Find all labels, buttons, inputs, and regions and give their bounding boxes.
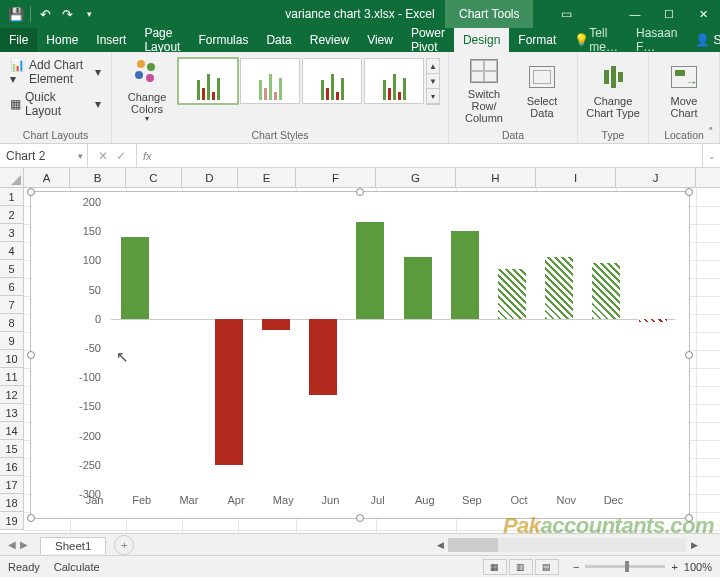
chart-object[interactable]: 200150100500-50-100-150-200-250-300 JanF… bbox=[30, 191, 690, 519]
zoom-out-button[interactable]: − bbox=[573, 561, 579, 573]
row-header[interactable]: 1 bbox=[0, 188, 24, 206]
gallery-more-icon[interactable]: ▾ bbox=[427, 89, 439, 104]
tab-power-pivot[interactable]: Power Pivot bbox=[402, 28, 454, 52]
fx-label[interactable]: fx bbox=[137, 144, 158, 167]
switch-row-column-button[interactable]: Switch Row/ Column bbox=[455, 56, 513, 124]
row-header[interactable]: 15 bbox=[0, 440, 24, 458]
change-chart-type-button[interactable]: Change Chart Type bbox=[584, 56, 642, 124]
formula-input[interactable] bbox=[158, 144, 702, 167]
zoom-in-button[interactable]: + bbox=[671, 561, 677, 573]
row-header[interactable]: 4 bbox=[0, 242, 24, 260]
y-axis[interactable]: 200150100500-50-100-150-200-250-300 bbox=[71, 202, 107, 492]
sheet-tab-sheet1[interactable]: Sheet1 bbox=[40, 537, 106, 554]
row-header[interactable]: 7 bbox=[0, 296, 24, 314]
row-header[interactable]: 6 bbox=[0, 278, 24, 296]
column-header[interactable]: C bbox=[126, 168, 182, 187]
column-header[interactable]: B bbox=[70, 168, 126, 187]
bar[interactable] bbox=[451, 231, 479, 319]
row-header[interactable]: 9 bbox=[0, 332, 24, 350]
chart-style-2[interactable] bbox=[240, 58, 300, 104]
tab-format[interactable]: Format bbox=[509, 28, 565, 52]
move-chart-button[interactable]: Move Chart bbox=[655, 56, 713, 124]
tab-insert[interactable]: Insert bbox=[87, 28, 135, 52]
zoom-level[interactable]: 100% bbox=[684, 561, 712, 573]
bar[interactable] bbox=[498, 269, 526, 319]
chart-style-4[interactable] bbox=[364, 58, 424, 104]
scroll-thumb[interactable] bbox=[448, 538, 498, 552]
row-header[interactable]: 17 bbox=[0, 476, 24, 494]
x-axis[interactable]: JanFebMarAprMayJunJulAugSepOctNovDec bbox=[71, 494, 675, 508]
bar[interactable] bbox=[545, 257, 573, 318]
resize-handle[interactable] bbox=[27, 351, 35, 359]
undo-icon[interactable]: ↶ bbox=[37, 6, 53, 22]
tab-design[interactable]: Design bbox=[454, 28, 509, 52]
new-sheet-button[interactable]: + bbox=[114, 535, 134, 555]
row-header[interactable]: 11 bbox=[0, 368, 24, 386]
zoom-slider[interactable] bbox=[585, 565, 665, 568]
maximize-button[interactable]: ☐ bbox=[652, 0, 686, 28]
row-header[interactable]: 18 bbox=[0, 494, 24, 512]
chart-style-3[interactable] bbox=[302, 58, 362, 104]
tab-data[interactable]: Data bbox=[257, 28, 300, 52]
resize-handle[interactable] bbox=[685, 188, 693, 196]
tell-me-search[interactable]: 💡 Tell me… bbox=[565, 28, 627, 52]
horizontal-scrollbar[interactable]: ◀ ▶ bbox=[432, 537, 702, 553]
resize-handle[interactable] bbox=[685, 351, 693, 359]
resize-handle[interactable] bbox=[356, 514, 364, 522]
row-header[interactable]: 16 bbox=[0, 458, 24, 476]
bar[interactable] bbox=[356, 222, 384, 318]
bar[interactable] bbox=[639, 319, 667, 322]
resize-handle[interactable] bbox=[27, 188, 35, 196]
row-header[interactable]: 13 bbox=[0, 404, 24, 422]
bar[interactable] bbox=[262, 319, 290, 331]
tab-view[interactable]: View bbox=[358, 28, 402, 52]
add-chart-element-button[interactable]: 📊▾ Add Chart Element ▾ bbox=[6, 56, 105, 88]
scroll-right-icon[interactable]: ▶ bbox=[686, 540, 702, 550]
row-header[interactable]: 10 bbox=[0, 350, 24, 368]
column-header[interactable]: I bbox=[536, 168, 616, 187]
column-header[interactable]: A bbox=[24, 168, 70, 187]
normal-view-icon[interactable]: ▦ bbox=[483, 559, 507, 575]
resize-handle[interactable] bbox=[685, 514, 693, 522]
column-header[interactable]: H bbox=[456, 168, 536, 187]
tab-home[interactable]: Home bbox=[37, 28, 87, 52]
cancel-formula-icon[interactable]: ✕ bbox=[98, 149, 108, 163]
column-header[interactable]: E bbox=[238, 168, 296, 187]
resize-handle[interactable] bbox=[356, 188, 364, 196]
account-user[interactable]: Hasaan F… bbox=[627, 28, 686, 52]
bar[interactable] bbox=[592, 263, 620, 318]
row-header[interactable]: 5 bbox=[0, 260, 24, 278]
close-button[interactable]: ✕ bbox=[686, 0, 720, 28]
bar[interactable] bbox=[404, 257, 432, 318]
qat-customize-icon[interactable]: ▾ bbox=[81, 6, 97, 22]
column-header[interactable]: J bbox=[616, 168, 696, 187]
tab-file[interactable]: File bbox=[0, 28, 37, 52]
share-button[interactable]: 👤 Share bbox=[686, 28, 720, 52]
enter-formula-icon[interactable]: ✓ bbox=[116, 149, 126, 163]
collapse-ribbon-icon[interactable]: ˄ bbox=[708, 126, 714, 139]
plot-area[interactable]: 200150100500-50-100-150-200-250-300 bbox=[71, 202, 675, 492]
row-header[interactable]: 19 bbox=[0, 512, 24, 530]
chart-style-1[interactable] bbox=[178, 58, 238, 104]
row-header[interactable]: 8 bbox=[0, 314, 24, 332]
select-all-triangle[interactable] bbox=[0, 168, 24, 188]
bar[interactable] bbox=[309, 319, 337, 395]
tab-review[interactable]: Review bbox=[301, 28, 358, 52]
name-box[interactable]: Chart 2 bbox=[0, 144, 88, 167]
scroll-left-icon[interactable]: ◀ bbox=[432, 540, 448, 550]
gallery-up-icon[interactable]: ▲ bbox=[427, 59, 439, 74]
select-data-button[interactable]: Select Data bbox=[513, 56, 571, 124]
minimize-button[interactable]: — bbox=[618, 0, 652, 28]
column-header[interactable]: G bbox=[376, 168, 456, 187]
row-header[interactable]: 12 bbox=[0, 386, 24, 404]
page-layout-view-icon[interactable]: ▥ bbox=[509, 559, 533, 575]
resize-handle[interactable] bbox=[27, 514, 35, 522]
sheet-nav-next-icon[interactable]: ▶ bbox=[20, 539, 28, 550]
ribbon-display-options-icon[interactable]: ▭ bbox=[552, 0, 580, 28]
sheet-nav-prev-icon[interactable]: ◀ bbox=[8, 539, 16, 550]
row-header[interactable]: 2 bbox=[0, 206, 24, 224]
row-header[interactable]: 3 bbox=[0, 224, 24, 242]
column-header[interactable]: D bbox=[182, 168, 238, 187]
expand-formula-bar-icon[interactable]: ⌄ bbox=[702, 144, 720, 167]
redo-icon[interactable]: ↷ bbox=[59, 6, 75, 22]
